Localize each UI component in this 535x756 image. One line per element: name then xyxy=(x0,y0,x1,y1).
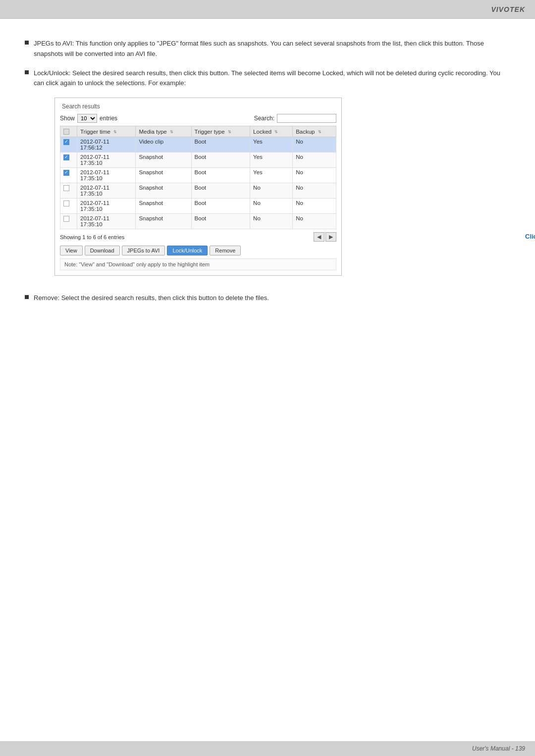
row-trigger-type: Boot xyxy=(191,168,250,183)
main-content: JPEGs to AVI: This function only applies… xyxy=(0,19,535,741)
note-text: Note: "View" and "Download" only apply t… xyxy=(64,261,210,267)
table-body: 2012-07-1117:56:12Video clipBootYesNo201… xyxy=(60,137,336,229)
row-trigger-type: Boot xyxy=(191,183,250,199)
row-backup: No xyxy=(293,137,336,152)
bullet-square-1 xyxy=(25,41,29,45)
col-checkbox xyxy=(60,126,77,137)
row-media-type: Snapshot xyxy=(136,168,191,183)
search-results-box: Search results Show 10 25 50 entries Sea… xyxy=(54,98,342,276)
brand-label: VIVOTEK xyxy=(491,5,525,13)
bullet-text-1: JPEGs to AVI: This function only applies… xyxy=(34,39,510,59)
showing-text: Showing 1 to 6 of 6 entries xyxy=(60,234,124,240)
pagination-buttons: ◀ ▶ xyxy=(314,232,336,242)
row-media-type: Snapshot xyxy=(136,214,191,229)
bullet-square-3 xyxy=(25,295,29,299)
sort-trigger-time: ⇅ xyxy=(113,130,117,134)
row-trigger-time: 2012-07-1117:35:10 xyxy=(77,214,135,229)
bullet-item-2: Lock/Unlock: Select the desired search r… xyxy=(25,68,510,89)
row-locked: Yes xyxy=(250,137,293,152)
sort-locked: ⇅ xyxy=(274,130,278,134)
table-row: 2012-07-1117:35:10SnapshotBootNoNo xyxy=(60,214,336,229)
table-row: 2012-07-1117:56:12Video clipBootYesNo xyxy=(60,137,336,152)
jpegs-to-avi-button[interactable]: JPEGs to AVI xyxy=(122,246,165,255)
bottom-bar: User's Manual - 139 xyxy=(0,741,535,756)
row-checkbox[interactable] xyxy=(63,139,69,145)
col-trigger-type[interactable]: Trigger type ⇅ xyxy=(191,126,250,137)
sort-backup: ⇅ xyxy=(318,130,321,134)
bullet-item-1: JPEGs to AVI: This function only applies… xyxy=(25,39,510,59)
row-trigger-time: 2012-07-1117:35:10 xyxy=(77,199,135,214)
table-row: 2012-07-1117:35:10SnapshotBootYesNo xyxy=(60,152,336,168)
row-trigger-type: Boot xyxy=(191,214,250,229)
row-checkbox-cell xyxy=(60,199,77,214)
row-media-type: Video clip xyxy=(136,137,191,152)
row-locked: No xyxy=(250,183,293,199)
row-backup: No xyxy=(293,214,336,229)
row-locked: No xyxy=(250,199,293,214)
col-backup[interactable]: Backup ⇅ xyxy=(293,126,336,137)
annotation-text: Click to browse pages xyxy=(525,233,535,240)
row-backup: No xyxy=(293,183,336,199)
show-left: Show 10 25 50 entries xyxy=(60,114,117,123)
header-row: Trigger time ⇅ Media type ⇅ Trigger type… xyxy=(60,126,336,137)
entries-label: entries xyxy=(100,115,117,122)
row-checkbox[interactable] xyxy=(63,154,69,160)
row-checkbox[interactable] xyxy=(63,216,69,222)
search-results-title: Search results xyxy=(60,103,336,110)
results-table: Trigger time ⇅ Media type ⇅ Trigger type… xyxy=(60,126,336,229)
row-checkbox[interactable] xyxy=(63,201,69,206)
row-trigger-time: 2012-07-1117:35:10 xyxy=(77,183,135,199)
row-checkbox-cell xyxy=(60,168,77,183)
row-trigger-time: 2012-07-1117:35:10 xyxy=(77,168,135,183)
note-box: Note: "View" and "Download" only apply t… xyxy=(60,258,336,270)
view-button[interactable]: View xyxy=(60,246,83,255)
row-trigger-type: Boot xyxy=(191,152,250,168)
download-button[interactable]: Download xyxy=(85,246,120,255)
row-locked: Yes xyxy=(250,168,293,183)
search-label: Search: xyxy=(254,115,274,122)
row-locked: Yes xyxy=(250,152,293,168)
row-checkbox-cell xyxy=(60,214,77,229)
bullet-text-3: Remove: Select the desired search result… xyxy=(34,293,269,303)
remove-button[interactable]: Remove xyxy=(210,246,241,255)
pagination-row: Showing 1 to 6 of 6 entries ◀ ▶ xyxy=(60,232,336,242)
table-row: 2012-07-1117:35:10SnapshotBootNoNo xyxy=(60,199,336,214)
row-trigger-type: Boot xyxy=(191,199,250,214)
show-row: Show 10 25 50 entries Search: xyxy=(60,114,336,123)
bullet-square-2 xyxy=(25,70,29,74)
row-trigger-type: Boot xyxy=(191,137,250,152)
prev-page-button[interactable]: ◀ xyxy=(314,232,324,242)
sort-media-type: ⇅ xyxy=(170,130,173,134)
row-checkbox[interactable] xyxy=(63,170,69,176)
col-trigger-time[interactable]: Trigger time ⇅ xyxy=(77,126,135,137)
row-checkbox[interactable] xyxy=(63,185,69,191)
table-row: 2012-07-1117:35:10SnapshotBootYesNo xyxy=(60,168,336,183)
action-buttons: View Download JPEGs to AVI Lock/Unlock R… xyxy=(60,246,336,255)
table-header: Trigger time ⇅ Media type ⇅ Trigger type… xyxy=(60,126,336,137)
lock-unlock-button[interactable]: Lock/Unlock xyxy=(167,246,208,255)
row-media-type: Snapshot xyxy=(136,183,191,199)
table-row: 2012-07-1117:35:10SnapshotBootNoNo xyxy=(60,183,336,199)
next-page-button[interactable]: ▶ xyxy=(325,232,336,242)
bullet-item-3: Remove: Select the desired search result… xyxy=(25,293,510,303)
header-checkbox[interactable] xyxy=(63,129,69,135)
show-select[interactable]: 10 25 50 xyxy=(77,114,97,123)
sort-trigger-type: ⇅ xyxy=(228,130,231,134)
top-bar: VIVOTEK xyxy=(0,0,535,19)
col-media-type[interactable]: Media type ⇅ xyxy=(136,126,191,137)
show-label: Show xyxy=(60,115,75,122)
row-backup: No xyxy=(293,152,336,168)
search-input[interactable] xyxy=(277,114,336,123)
page-number: User's Manual - 139 xyxy=(472,745,525,752)
search-right: Search: xyxy=(254,114,336,123)
row-media-type: Snapshot xyxy=(136,152,191,168)
row-checkbox-cell xyxy=(60,137,77,152)
row-backup: No xyxy=(293,168,336,183)
row-checkbox-cell xyxy=(60,152,77,168)
row-locked: No xyxy=(250,214,293,229)
search-results-wrapper: Search results Show 10 25 50 entries Sea… xyxy=(54,98,510,276)
annotation: Click to browse pages xyxy=(525,232,535,241)
row-media-type: Snapshot xyxy=(136,199,191,214)
row-checkbox-cell xyxy=(60,183,77,199)
col-locked[interactable]: Locked ⇅ xyxy=(250,126,293,137)
